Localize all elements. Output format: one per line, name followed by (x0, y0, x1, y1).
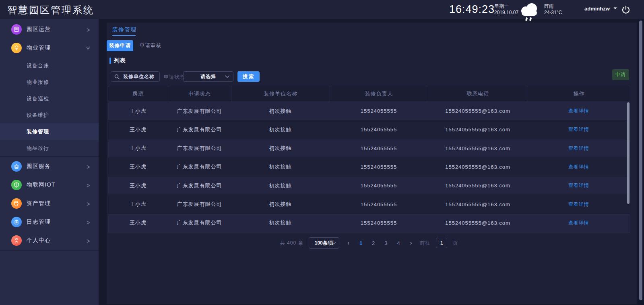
column-header-apply-status: 申请状态 (168, 86, 231, 102)
sidebar-divider (0, 250, 99, 251)
total-count-label: 共 400 条 (280, 240, 303, 247)
cell-phone: 15524055555@163.com (428, 195, 528, 213)
personal-center-icon (11, 235, 22, 246)
view-details-link[interactable]: 查看详情 (568, 145, 589, 152)
sidebar-item-property-management[interactable]: 物业管理 > (0, 39, 99, 57)
cell-phone: 15524055555@163.com (428, 120, 528, 139)
cell-unit-name: 初次接触 (231, 214, 330, 232)
date-label: 2019.10.07 (494, 9, 518, 16)
search-input[interactable] (111, 71, 160, 82)
park-operation-icon (11, 24, 22, 35)
table-row: 王小虎 广东发展有限公司 初次接触 15524055555 1552405555… (108, 102, 630, 120)
table-body: 王小虎 广东发展有限公司 初次接触 15524055555 1552405555… (108, 102, 630, 232)
weekday-label: 星期一 (494, 3, 518, 9)
sidebar: 园区运营 > 物业管理 > 设备台账 物业报修 设备巡检 设备维护 装修管理 物… (0, 19, 99, 305)
cell-phone: 15524055555@163.com (428, 139, 528, 158)
content-panel: 装修管理 装修申请 申请审核 列表 申请状态 请选择 搜索 申请 (107, 23, 637, 304)
page-number-4[interactable]: 4 (395, 240, 402, 246)
sidebar-item-personal-center[interactable]: 个人中心 > (0, 231, 99, 250)
clock: 16:49:23 (449, 3, 495, 16)
cell-leader: 15524055555 (330, 158, 428, 176)
prev-page-button[interactable]: ‹ (345, 239, 351, 247)
cell-actions: 查看详情 (528, 176, 630, 195)
sidebar-item-device-ledger[interactable]: 设备台账 (0, 57, 99, 74)
cell-actions: 查看详情 (528, 195, 630, 213)
sidebar-item-label: 物联网IOT (27, 181, 55, 189)
cell-unit-name: 初次接触 (231, 102, 330, 120)
sidebar-item-device-inspection[interactable]: 设备巡检 (0, 90, 99, 107)
decoration-table: 房源 申请状态 装修单位名称 装修负责人 联系电话 操作 王小虎 广东发展有限公… (108, 86, 630, 232)
power-icon[interactable] (621, 5, 631, 15)
page-number-3[interactable]: 3 (382, 240, 389, 246)
table-scrollbar-thumb[interactable] (627, 102, 630, 204)
cloud-showers-icon (518, 2, 541, 22)
view-details-link[interactable]: 查看详情 (568, 201, 589, 208)
sidebar-item-decoration-management[interactable]: 装修管理 (0, 123, 99, 140)
page-size-value: 100条/页 (315, 240, 334, 247)
cell-house: 王小虎 (108, 158, 168, 176)
cell-house: 王小虎 (108, 176, 168, 195)
chevron-down-icon (225, 75, 229, 78)
search-button[interactable]: 搜索 (237, 71, 260, 82)
asset-management-icon (11, 198, 22, 209)
sidebar-item-asset-management[interactable]: 资产管理 > (0, 194, 99, 213)
sidebar-item-park-service[interactable]: 园区服务 > (0, 157, 99, 176)
goto-page-label: 前往 (420, 240, 430, 247)
sidebar-item-property-repair[interactable]: 物业报修 (0, 74, 99, 90)
caret-down-icon (613, 7, 617, 10)
sidebar-item-label: 日志管理 (27, 218, 51, 226)
table-row: 王小虎 广东发展有限公司 初次接触 15524055555 1552405555… (108, 214, 630, 232)
subtab-apply-review[interactable]: 申请审核 (137, 40, 164, 51)
username-label: adminhzw (584, 6, 610, 12)
chevron-right-icon: > (87, 199, 90, 208)
tab-active-underline (112, 35, 136, 36)
sidebar-item-label: 物业管理 (27, 44, 51, 52)
chevron-right-icon: > (87, 162, 90, 171)
pagination: 共 400 条 100条/页 ‹ 1 2 3 4 › 前往 页 (108, 236, 630, 250)
section-title-marker (109, 58, 111, 64)
page-number-1[interactable]: 1 (357, 240, 364, 246)
sidebar-item-goods-release[interactable]: 物品放行 (0, 140, 99, 156)
property-management-icon (11, 43, 22, 53)
cell-apply-status: 广东发展有限公司 (168, 195, 231, 213)
goto-page-input[interactable] (436, 238, 447, 248)
cell-actions: 查看详情 (528, 139, 630, 158)
sidebar-item-iot[interactable]: 物联网IOT > (0, 176, 99, 194)
view-details-link[interactable]: 查看详情 (568, 182, 589, 189)
status-select[interactable]: 请选择 (183, 71, 233, 82)
page-number-2[interactable]: 2 (370, 240, 377, 246)
page-size-select[interactable]: 100条/页 (309, 237, 339, 249)
sidebar-item-log-management[interactable]: 日志管理 > (0, 213, 99, 231)
sidebar-item-device-maintenance[interactable]: 设备维护 (0, 107, 99, 123)
column-header-house: 房源 (108, 86, 168, 102)
chevron-right-icon: > (87, 218, 90, 226)
cell-leader: 15524055555 (330, 102, 428, 120)
cell-phone: 15524055555@163.com (428, 214, 528, 232)
column-header-actions: 操作 (528, 86, 630, 102)
status-filter-label: 申请状态 (164, 74, 185, 81)
chevron-down-icon: > (84, 46, 93, 50)
cell-apply-status: 广东发展有限公司 (168, 214, 231, 232)
table-row: 王小虎 广东发展有限公司 初次接触 15524055555 1552405555… (108, 158, 630, 176)
view-details-link[interactable]: 查看详情 (568, 108, 589, 114)
sidebar-item-park-operation[interactable]: 园区运营 > (0, 20, 99, 39)
cell-phone: 15524055555@163.com (428, 158, 528, 176)
view-details-link[interactable]: 查看详情 (568, 220, 589, 226)
cell-unit-name: 初次接触 (231, 158, 330, 176)
view-details-link[interactable]: 查看详情 (568, 164, 589, 170)
chevron-right-icon: > (87, 25, 90, 34)
chevron-right-icon: > (87, 181, 90, 189)
view-details-link[interactable]: 查看详情 (568, 126, 589, 133)
cell-apply-status: 广东发展有限公司 (168, 158, 231, 176)
cell-house: 王小虎 (108, 139, 168, 158)
next-page-button[interactable]: › (408, 239, 414, 247)
window-scrollbar-thumb[interactable] (639, 21, 642, 300)
apply-button[interactable]: 申请 (612, 69, 629, 80)
user-menu[interactable]: adminhzw (584, 6, 617, 12)
sidebar-submenu-property: 设备台账 物业报修 设备巡检 设备维护 装修管理 物品放行 (0, 57, 99, 156)
table-row: 王小虎 广东发展有限公司 初次接触 15524055555 1552405555… (108, 195, 630, 213)
tab-decoration-management[interactable]: 装修管理 (112, 26, 136, 33)
subtab-decoration-apply[interactable]: 装修申请 (107, 40, 133, 51)
cell-house: 王小虎 (108, 120, 168, 139)
sidebar-item-label: 园区服务 (27, 163, 51, 170)
